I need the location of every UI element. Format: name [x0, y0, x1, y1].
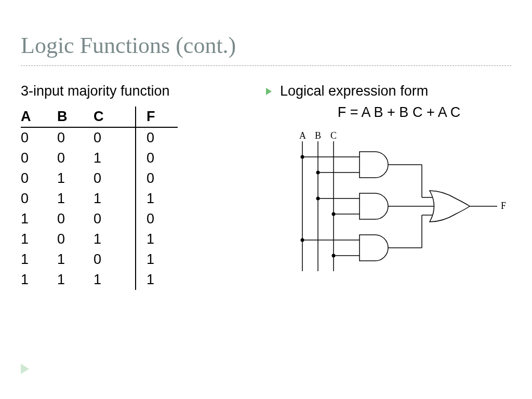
col-header-a: A [21, 107, 57, 127]
truth-table-body: 0000 0010 0100 0111 1000 1011 1101 1111 [21, 127, 178, 290]
left-column: 3-input majority function A B C F 0000 0… [21, 83, 266, 290]
table-row: 1011 [21, 229, 178, 249]
circuit-svg: A B C [287, 131, 515, 282]
table-row: 1101 [21, 249, 178, 270]
right-column: Logical expression form F = A B + B C + … [266, 83, 511, 290]
and-gate-1 [301, 152, 422, 178]
circuit-diagram: A B C [287, 131, 511, 284]
col-header-b: B [57, 107, 94, 127]
bullet-triangle-icon [266, 88, 272, 95]
output-label-f: F [501, 201, 506, 211]
svg-point-14 [301, 238, 304, 242]
footer-triangle-icon [21, 364, 29, 374]
slide: Logic Functions (cont.) 3-input majority… [0, 0, 532, 399]
table-row: 0010 [21, 148, 178, 168]
bullet-item: Logical expression form [266, 83, 511, 99]
truth-table: A B C F 0000 0010 0100 0111 1000 1011 11… [21, 107, 178, 290]
svg-point-9 [316, 197, 320, 201]
slide-title: Logic Functions (cont.) [21, 32, 236, 59]
logic-expression: F = A B + B C + A C [287, 104, 511, 121]
table-row: 1111 [21, 270, 178, 290]
bullet-text: Logical expression form [280, 83, 428, 99]
or-gate [430, 191, 497, 222]
and-gate-3 [301, 235, 422, 261]
title-underline [21, 65, 511, 66]
svg-point-16 [332, 254, 336, 258]
table-row: 0000 [21, 127, 178, 148]
table-header-row: A B C F [21, 107, 178, 127]
table-row: 1000 [21, 209, 178, 229]
content-area: 3-input majority function A B C F 0000 0… [21, 83, 511, 290]
col-header-c: C [94, 107, 136, 127]
col-header-f: F [136, 107, 178, 127]
input-label-b: B [315, 131, 321, 141]
table-row: 0111 [21, 189, 178, 209]
svg-point-6 [316, 171, 320, 175]
input-label-c: C [330, 131, 337, 141]
and-gate-2 [316, 193, 428, 219]
svg-point-4 [301, 155, 304, 159]
svg-point-11 [332, 212, 336, 216]
truth-table-heading: 3-input majority function [21, 83, 266, 99]
table-row: 0100 [21, 168, 178, 189]
input-label-a: A [299, 131, 306, 141]
